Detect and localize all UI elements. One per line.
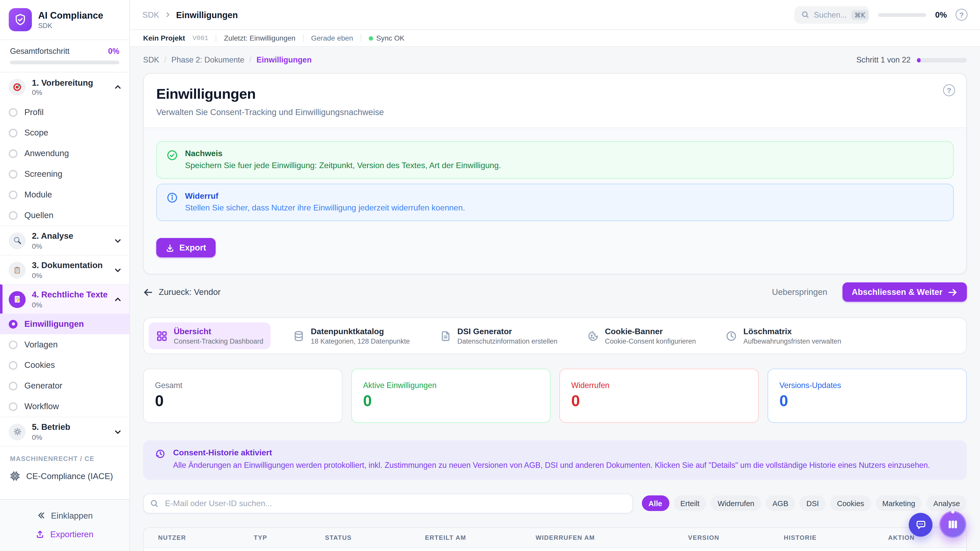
sidebar-item-module[interactable]: Module — [0, 184, 129, 205]
gear-icon — [9, 423, 25, 440]
collapse-sidebar-button[interactable]: Einklappen — [0, 506, 129, 525]
chip-marketing[interactable]: Marketing — [875, 495, 922, 511]
magnifier-icon — [9, 232, 25, 249]
sidebar-item-generator[interactable]: Generator — [0, 375, 129, 396]
col-status: STATUS — [325, 534, 425, 541]
app-subtitle: SDK — [38, 22, 103, 29]
sidebar-section-dokumentation[interactable]: 3. Dokumentation 0% — [0, 255, 129, 284]
step-progress-bar — [917, 58, 967, 62]
breadcrumb-phase[interactable]: Phase 2: Dokumente — [171, 56, 244, 64]
radio-empty-icon — [9, 340, 18, 349]
topbar: SDK Einwilligungen Suchen... ⌘K 0% ? — [130, 0, 980, 30]
alert-nachweis: Nachweis Speichern Sie fuer jede Einwill… — [156, 141, 954, 179]
radio-empty-icon — [9, 170, 18, 178]
global-search[interactable]: Suchen... ⌘K — [794, 6, 870, 24]
sync-dot-icon — [369, 36, 373, 40]
user-search-input[interactable] — [143, 493, 633, 513]
memo-pencil-icon — [9, 291, 25, 308]
sidebar-item-screening[interactable]: Screening — [0, 164, 129, 184]
download-icon — [165, 243, 174, 252]
consents-table: NUTZER TYP STATUS ERTEILT AM WIDERRUFEN … — [143, 527, 967, 551]
database-icon — [293, 330, 304, 341]
chip-alle[interactable]: Alle — [641, 495, 669, 511]
chat-fab-button[interactable] — [909, 513, 932, 537]
export-button[interactable]: Export — [156, 238, 215, 257]
chip-dsi[interactable]: DSI — [800, 495, 826, 511]
overall-progress-label: Gesamtfortschritt — [10, 47, 69, 56]
stat-widerrufen: Widerrufen 0 — [559, 368, 759, 423]
breadcrumb-sdk[interactable]: SDK — [143, 56, 159, 64]
document-icon — [440, 330, 451, 341]
sidebar-item-scope[interactable]: Scope — [0, 122, 129, 143]
project-version: V001 — [192, 35, 208, 42]
radio-empty-icon — [9, 211, 18, 220]
last-saved-time: Gerade eben — [311, 35, 353, 42]
sidebar-section-vorbereitung[interactable]: 1. Vorbereitung 0% — [0, 73, 129, 102]
sidebar-section-rechtliche-texte[interactable]: 4. Rechtliche Texte 0% — [0, 284, 129, 313]
status-bar: Kein Projekt V001 Zuletzt: Einwilligunge… — [130, 30, 980, 47]
arrow-right-icon — [948, 287, 958, 297]
sidebar-section-betrieb[interactable]: 5. Betrieb 0% — [0, 416, 129, 446]
upload-icon — [36, 530, 45, 538]
radio-selected-icon — [9, 320, 18, 328]
sidebar-item-quellen[interactable]: Quellen — [0, 205, 129, 225]
finish-next-button[interactable]: Abschliessen & Weiter — [842, 283, 967, 302]
chevron-down-icon — [114, 427, 122, 436]
sidebar-item-ce-compliance[interactable]: CE-Compliance (IACE) — [0, 466, 129, 489]
app-logo: AI Compliance SDK — [0, 0, 129, 40]
chip-widerrufen[interactable]: Widerrufen — [711, 495, 761, 511]
sidebar-item-einwilligungen[interactable]: Einwilligungen — [0, 313, 129, 334]
alert-title: Widerruf — [185, 191, 465, 200]
radio-empty-icon — [9, 190, 18, 199]
app-root: AI Compliance SDK Gesamtfortschritt 0% 1… — [0, 0, 980, 551]
skip-button[interactable]: Ueberspringen — [772, 287, 827, 297]
sidebar-item-workflow[interactable]: Workflow — [0, 396, 129, 417]
chevron-down-icon — [114, 237, 122, 245]
info-circle-icon — [167, 192, 178, 212]
card-help-icon[interactable]: ? — [943, 84, 955, 97]
radio-empty-icon — [9, 149, 18, 158]
history-banner-text: Alle Änderungen an Einwilligungen werden… — [173, 460, 930, 471]
col-nutzer: NUTZER — [158, 534, 254, 541]
radio-empty-icon — [9, 402, 18, 411]
sidebar: AI Compliance SDK Gesamtfortschritt 0% 1… — [0, 0, 130, 551]
sidebar-item-profil[interactable]: Profil — [0, 102, 129, 122]
chip-erteilt[interactable]: Erteilt — [673, 495, 706, 511]
sidebar-footer: Einklappen Exportieren — [0, 499, 129, 551]
chip-analyse[interactable]: Analyse — [926, 495, 967, 511]
sidebar-item-anwendung[interactable]: Anwendung — [0, 143, 129, 164]
tab-uebersicht[interactable]: Übersicht Consent-Tracking Dashboard — [149, 322, 271, 349]
chip-cookies[interactable]: Cookies — [830, 495, 871, 511]
shortcut-badge: ⌘K — [851, 10, 869, 20]
chip-agb[interactable]: AGB — [765, 495, 795, 511]
search-icon — [150, 499, 159, 508]
app-title: AI Compliance — [38, 10, 103, 21]
page-subtitle: Verwalten Sie Consent-Tracking und Einwi… — [156, 107, 954, 117]
search-icon — [801, 11, 810, 19]
tab-dsi-generator[interactable]: DSI Generator Datenschutzinformation ers… — [432, 322, 565, 349]
clipboard-icon — [9, 262, 25, 278]
breadcrumb-root[interactable]: SDK — [142, 10, 159, 19]
chevron-up-icon — [114, 295, 122, 303]
tab-loeschmatrix[interactable]: Löschmatrix Aufbewahrungsfristen verwalt… — [718, 322, 849, 349]
target-icon — [9, 79, 25, 96]
overall-progress: Gesamtfortschritt 0% — [0, 40, 129, 73]
content-area: SDK / Phase 2: Dokumente / Einwilligunge… — [130, 47, 980, 551]
back-button[interactable]: Zurueck: Vendor — [143, 287, 221, 297]
help-icon[interactable]: ? — [956, 9, 967, 21]
last-visited: Zuletzt: Einwilligungen — [224, 35, 296, 42]
sidebar-section-analyse[interactable]: 2. Analyse 0% — [0, 225, 129, 255]
columns-fab-button[interactable] — [939, 511, 966, 538]
alert-widerruf: Widerruf Stellen Sie sicher, dass Nutzer… — [156, 184, 954, 221]
overall-progress-value: 0% — [108, 47, 119, 56]
sidebar-item-cookies[interactable]: Cookies — [0, 355, 129, 375]
tab-cookie-banner[interactable]: Cookie-Banner Cookie-Consent konfigurier… — [580, 322, 703, 349]
clock-icon — [726, 330, 737, 341]
global-search-placeholder: Suchen... — [814, 10, 847, 19]
notification-dot — [951, 510, 954, 513]
section-title: 1. Vorbereitung — [32, 78, 107, 88]
export-sidebar-button[interactable]: Exportieren — [0, 525, 129, 543]
sidebar-item-vorlagen[interactable]: Vorlagen — [0, 334, 129, 355]
alert-title: Nachweis — [185, 149, 501, 158]
tab-datenpunktkatalog[interactable]: Datenpunktkatalog 18 Kategorien, 128 Dat… — [286, 322, 417, 349]
